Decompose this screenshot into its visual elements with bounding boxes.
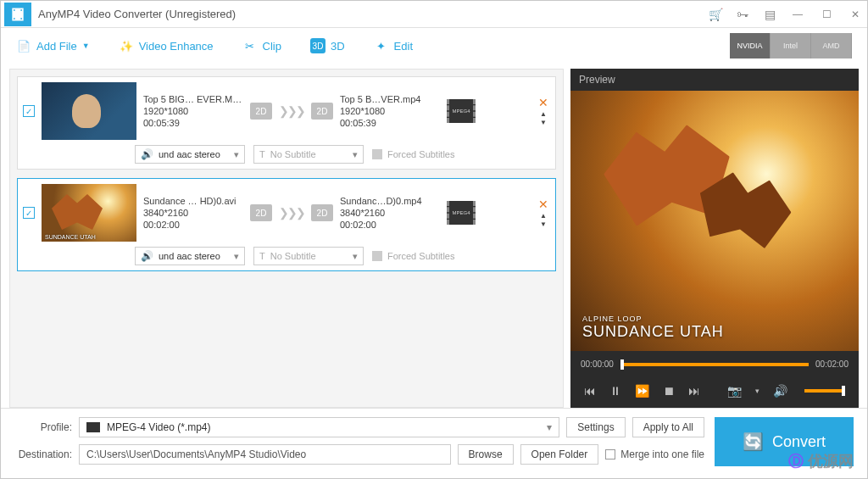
settings-button[interactable]: Settings xyxy=(566,417,625,437)
time-current: 00:00:00 xyxy=(581,359,614,369)
preview-caption: ALPINE LOOP SUNDANCE UTAH xyxy=(582,315,724,341)
close-button[interactable]: ✕ xyxy=(847,8,864,20)
add-file-button[interactable]: 📄 Add File ▼ xyxy=(16,38,90,53)
forced-label: Forced Subtitles xyxy=(387,251,454,261)
time-total: 00:02:00 xyxy=(815,359,849,369)
checkbox-empty-icon xyxy=(605,449,615,460)
snapshot-settings-button[interactable]: ▾ xyxy=(755,387,760,395)
chevron-down-icon: ▾ xyxy=(353,251,358,262)
chevron-down-icon: ▾ xyxy=(547,421,552,433)
remove-item-button[interactable]: ✕ xyxy=(538,96,548,109)
chevron-down-icon: ▼ xyxy=(82,42,90,50)
video-enhance-label: Video Enhance xyxy=(139,40,214,53)
thumbnail[interactable] xyxy=(42,82,136,140)
browse-button[interactable]: Browse xyxy=(458,444,514,465)
remove-item-button[interactable]: ✕ xyxy=(538,198,548,211)
stop-button[interactable]: ⏹ xyxy=(663,384,675,398)
subtitle-placeholder: No Subtitle xyxy=(270,251,316,261)
preview-image[interactable]: ALPINE LOOP SUNDANCE UTAH xyxy=(570,91,859,351)
menu-icon[interactable]: ▤ xyxy=(762,7,777,22)
snapshot-button[interactable]: 📷 xyxy=(727,384,742,398)
clip-label: Clip xyxy=(263,40,281,53)
checkbox[interactable]: ✓ xyxy=(23,105,35,117)
open-folder-button[interactable]: Open Folder xyxy=(520,444,599,465)
preview-pane: Preview ALPINE LOOP SUNDANCE UTAH 00:00:… xyxy=(570,69,859,408)
volume-slider[interactable] xyxy=(804,389,845,393)
move-up-icon[interactable]: ▲ xyxy=(540,111,547,118)
app-logo-icon xyxy=(4,3,31,26)
volume-knob[interactable] xyxy=(842,386,845,396)
forced-subtitles-toggle[interactable]: Forced Subtitles xyxy=(372,251,454,261)
preview-header: Preview xyxy=(570,69,859,91)
merge-label: Merge into one file xyxy=(620,448,704,460)
edit-icon: ✦ xyxy=(374,38,389,53)
preview-caption-main: SUNDANCE UTAH xyxy=(582,323,724,341)
3d-button[interactable]: 3D 3D xyxy=(310,38,345,53)
source-2d-badge: 2D xyxy=(250,204,272,221)
checkbox-empty-icon xyxy=(372,251,382,261)
subtitle-select[interactable]: T No Subtitle ▾ xyxy=(253,247,364,265)
audio-select[interactable]: 🔊 und aac stereo ▾ xyxy=(135,247,245,265)
wand-icon: ✨ xyxy=(119,38,134,53)
format-icon[interactable]: MPEG4 xyxy=(447,99,476,123)
maximize-button[interactable]: ☐ xyxy=(818,8,835,20)
source-2d-badge: 2D xyxy=(250,103,272,120)
audio-select[interactable]: 🔊 und aac stereo ▾ xyxy=(135,145,245,164)
prev-button[interactable]: ⏮ xyxy=(584,384,596,398)
merge-toggle[interactable]: Merge into one file xyxy=(605,448,704,460)
source-duration: 00:02:00 xyxy=(143,220,243,230)
dest-filename: Top 5 B…VER.mp4 xyxy=(340,94,440,104)
pause-button[interactable]: ⏸ xyxy=(609,384,621,398)
clip-button[interactable]: ✂ Clip xyxy=(242,38,281,53)
edit-label: Edit xyxy=(394,40,413,53)
source-resolution: 1920*1080 xyxy=(143,106,243,116)
checkbox[interactable]: ✓ xyxy=(23,207,35,219)
forced-label: Forced Subtitles xyxy=(387,149,454,159)
file-list: ✓ Top 5 BIG… EVER.MP4 1920*1080 00:05:39… xyxy=(9,69,564,408)
dest-resolution: 1920*1080 xyxy=(340,106,440,116)
video-enhance-button[interactable]: ✨ Video Enhance xyxy=(119,38,214,53)
add-file-icon: 📄 xyxy=(16,38,31,53)
forced-subtitles-toggle[interactable]: Forced Subtitles xyxy=(372,149,454,159)
arrow-icon: ❯❯❯ xyxy=(279,104,304,118)
profile-label: Profile: xyxy=(14,421,72,433)
file-row[interactable]: ✓ SUNDANCE UTAH Sundance … HD)0.avi 3840… xyxy=(17,178,556,271)
edit-button[interactable]: ✦ Edit xyxy=(374,38,413,53)
add-file-label: Add File xyxy=(36,40,77,53)
gpu-tabs: NVIDIA Intel AMD xyxy=(730,33,852,58)
seek-bar[interactable] xyxy=(620,363,809,366)
profile-select[interactable]: MPEG-4 Video (*.mp4) ▾ xyxy=(79,417,559,437)
source-filename: Sundance … HD)0.avi xyxy=(143,196,243,206)
thumbnail[interactable]: SUNDANCE UTAH xyxy=(42,184,136,242)
title-controls: 🛒 🗝 ▤ — ☐ ✕ xyxy=(708,7,864,22)
gpu-tab-amd[interactable]: AMD xyxy=(811,33,852,58)
source-info: Sundance … HD)0.avi 3840*2160 00:02:00 xyxy=(143,196,243,230)
window-title: AnyMP4 Video Converter (Unregistered) xyxy=(38,8,708,20)
minimize-button[interactable]: — xyxy=(789,8,806,20)
player-controls: ⏮ ⏸ ⏩ ⏹ ⏭ 📷 ▾ 🔊 xyxy=(570,377,859,408)
format-icon[interactable]: MPEG4 xyxy=(447,201,476,225)
volume-icon[interactable]: 🔊 xyxy=(773,384,787,398)
move-up-icon[interactable]: ▲ xyxy=(540,213,547,220)
move-down-icon[interactable]: ▼ xyxy=(540,221,547,228)
apply-all-button[interactable]: Apply to All xyxy=(632,417,704,437)
cart-icon[interactable]: 🛒 xyxy=(708,7,723,22)
next-button[interactable]: ⏭ xyxy=(688,384,700,398)
gpu-tab-intel[interactable]: Intel xyxy=(771,33,811,58)
dest-info: Sundanc…D)0.mp4 3840*2160 00:02:00 xyxy=(340,196,440,230)
seek-knob[interactable] xyxy=(620,359,624,370)
move-down-icon[interactable]: ▼ xyxy=(540,120,547,126)
subtitle-icon: T xyxy=(259,149,265,159)
destination-input[interactable]: C:\Users\User\Documents\AnyMP4 Studio\Vi… xyxy=(79,444,451,465)
gpu-tab-nvidia[interactable]: NVIDIA xyxy=(730,33,771,58)
fastfwd-button[interactable]: ⏩ xyxy=(635,384,649,398)
subtitle-select[interactable]: T No Subtitle ▾ xyxy=(253,145,364,164)
audio-value: und aac stereo xyxy=(159,251,220,261)
profile-icon xyxy=(86,422,100,432)
convert-button[interactable]: 🔄 Convert xyxy=(715,417,854,466)
key-icon[interactable]: 🗝 xyxy=(735,7,750,22)
dest-duration: 00:05:39 xyxy=(340,118,440,128)
convert-label: Convert xyxy=(772,433,826,451)
profile-value: MPEG-4 Video (*.mp4) xyxy=(107,421,211,433)
file-row[interactable]: ✓ Top 5 BIG… EVER.MP4 1920*1080 00:05:39… xyxy=(17,76,556,170)
